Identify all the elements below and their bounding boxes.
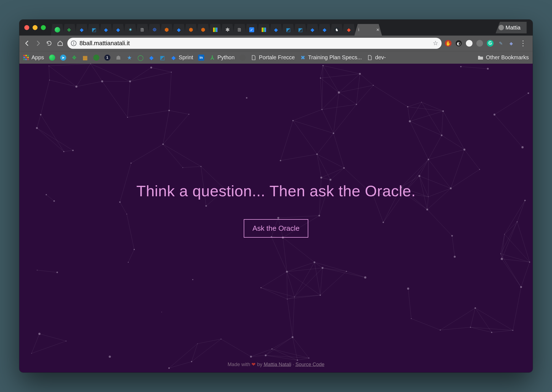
bookmark-telegram[interactable]: ➤ bbox=[60, 55, 66, 61]
tab-jira-7[interactable]: ◆ bbox=[318, 24, 331, 36]
tab-kubernetes[interactable]: ☸ bbox=[148, 24, 161, 36]
bookmark-sprint-label: Sprint bbox=[179, 54, 193, 61]
bookmark-python-label: Python bbox=[217, 54, 235, 61]
footer-author-link[interactable]: Mattia Natali bbox=[264, 362, 291, 367]
tab-whatsapp[interactable] bbox=[51, 24, 64, 36]
bookmark-trello[interactable]: ◩ bbox=[160, 55, 166, 61]
home-button[interactable] bbox=[56, 39, 64, 47]
tab-analytics-2[interactable] bbox=[257, 24, 270, 36]
bookmark-jira[interactable]: ◆ bbox=[148, 55, 155, 61]
footer-source-link[interactable]: Source Code bbox=[296, 362, 325, 367]
tab-jira-1[interactable]: ◆ bbox=[75, 24, 88, 36]
ext-circle-icon[interactable] bbox=[466, 40, 473, 47]
tab-trello-2[interactable]: ◩ bbox=[282, 24, 295, 36]
tab-misc[interactable]: ✻ bbox=[221, 24, 234, 36]
tab-trello-1[interactable]: ◩ bbox=[87, 24, 100, 36]
bookmark-grey[interactable]: ☗ bbox=[115, 55, 121, 61]
bookmark-sprint[interactable]: ◆ Sprint bbox=[171, 54, 193, 61]
file-icon bbox=[251, 55, 257, 61]
bookmark-apps[interactable]: Apps bbox=[23, 54, 44, 61]
ext-dark-icon[interactable]: ◐ bbox=[455, 40, 462, 47]
ext-grammarly-icon[interactable]: G bbox=[487, 40, 493, 47]
tab-git[interactable]: ◆ bbox=[342, 24, 355, 36]
chrome-menu-button[interactable]: ⋮ bbox=[518, 39, 529, 48]
grey-round-icon bbox=[240, 55, 246, 61]
footer-by: by bbox=[257, 362, 264, 367]
tab-jira-5[interactable]: ◆ bbox=[269, 24, 283, 36]
green-dot-icon bbox=[93, 55, 99, 61]
tab-react[interactable]: ✶ bbox=[124, 24, 137, 36]
bookmark-whatsapp[interactable] bbox=[49, 55, 55, 61]
browser-window: ❖ ◆ ◩ ◆ ◆ ✶ 🗎 ☸ ⬢ ◆ ⬢ ⬢ ✻ 🗎 ✓ ◆ ◩ ◩ ◆ ◆ … bbox=[19, 20, 533, 372]
tab-todo[interactable]: ✓ bbox=[245, 24, 258, 36]
bookmark-feedly[interactable]: ❖ bbox=[71, 55, 77, 61]
forward-button[interactable] bbox=[34, 39, 42, 47]
grey-icon: ☗ bbox=[115, 55, 121, 61]
tab-github[interactable]: ♞ bbox=[330, 24, 343, 36]
url-input[interactable] bbox=[79, 40, 430, 47]
tab-file-2[interactable]: 🗎 bbox=[233, 24, 246, 36]
profile-chip[interactable]: Mattia bbox=[496, 22, 527, 33]
close-window-button[interactable] bbox=[24, 25, 29, 30]
bookmark-circle[interactable]: ◯ bbox=[137, 55, 144, 61]
tab-favicon-generic-icon: i bbox=[358, 27, 359, 32]
file-icon-2 bbox=[367, 55, 373, 61]
ask-oracle-button[interactable]: Ask the Oracle bbox=[244, 219, 309, 238]
tab-feedly[interactable]: ❖ bbox=[63, 24, 76, 36]
tab-file-1[interactable]: 🗎 bbox=[136, 24, 149, 36]
tab-aws-1[interactable]: ⬢ bbox=[160, 24, 173, 36]
bookmark-green[interactable] bbox=[93, 55, 99, 61]
svg-rect-11 bbox=[27, 59, 29, 60]
svg-rect-10 bbox=[25, 59, 27, 60]
close-tab-button[interactable]: × bbox=[376, 27, 379, 33]
tab-jira-3[interactable]: ◆ bbox=[112, 24, 125, 36]
reload-button[interactable] bbox=[45, 39, 53, 47]
arrow-right-icon bbox=[35, 40, 41, 47]
circle-icon: ◯ bbox=[137, 55, 144, 61]
svg-rect-2 bbox=[73, 43, 74, 45]
bookmark-portale[interactable]: Portale Frecce bbox=[251, 54, 295, 61]
tab-aws-2[interactable]: ⬢ bbox=[184, 24, 198, 36]
tab-jira-2[interactable]: ◆ bbox=[99, 24, 113, 36]
bookmark-portale-label: Portale Frecce bbox=[259, 54, 295, 61]
folder-icon bbox=[477, 55, 484, 61]
tab-active-8ball[interactable]: i × bbox=[354, 24, 382, 36]
page-content: Think a question... Then ask the Oracle.… bbox=[19, 64, 533, 372]
bookmark-dev[interactable]: dev- bbox=[367, 54, 386, 61]
omnibox[interactable]: ☆ bbox=[67, 38, 442, 49]
bookmark-star-button[interactable]: ☆ bbox=[433, 40, 438, 47]
cross-icon: ✖ bbox=[300, 55, 306, 61]
tab-trello-3[interactable]: ◩ bbox=[294, 24, 307, 36]
maximize-window-button[interactable] bbox=[41, 25, 46, 30]
feedly-icon: ❖ bbox=[71, 55, 77, 61]
bookmark-linkedin[interactable]: in bbox=[198, 55, 204, 61]
ext-grey-icon[interactable] bbox=[476, 40, 483, 47]
site-info-icon[interactable] bbox=[71, 40, 77, 46]
tab-jira-4[interactable]: ◆ bbox=[172, 24, 185, 36]
heart-icon: ❤ bbox=[251, 362, 256, 367]
bookmark-apps-label: Apps bbox=[31, 54, 44, 61]
bookmark-star[interactable]: ★ bbox=[126, 55, 132, 61]
ext-tool-icon[interactable]: ✎ bbox=[497, 40, 504, 47]
bookmark-greyround[interactable] bbox=[240, 55, 246, 61]
svg-rect-6 bbox=[23, 57, 25, 58]
bookmark-python[interactable]: ⅄ Python bbox=[209, 54, 235, 61]
profile-name: Mattia bbox=[506, 25, 521, 31]
page-heading: Think a question... Then ask the Oracle. bbox=[136, 182, 416, 200]
ext-eth-icon[interactable]: ◆ bbox=[508, 40, 514, 47]
tabs-container: ❖ ◆ ◩ ◆ ◆ ✶ 🗎 ☸ ⬢ ◆ ⬢ ⬢ ✻ 🗎 ✓ ◆ ◩ ◩ ◆ ◆ … bbox=[51, 20, 493, 36]
minimize-window-button[interactable] bbox=[33, 25, 38, 30]
svg-rect-4 bbox=[25, 55, 27, 56]
tab-jira-6[interactable]: ◆ bbox=[306, 24, 319, 36]
ext-ublock-icon[interactable]: ✋ bbox=[445, 40, 452, 47]
bookmark-grid[interactable]: ▦ bbox=[82, 55, 88, 61]
bookmark-training[interactable]: ✖ Training Plan Specs... bbox=[300, 54, 362, 61]
bookmark-other-folder[interactable]: Other Bookmarks bbox=[477, 54, 529, 61]
back-button[interactable] bbox=[23, 39, 31, 47]
tab-analytics-1[interactable] bbox=[209, 24, 222, 36]
svg-rect-7 bbox=[25, 57, 27, 58]
tab-aws-3[interactable]: ⬢ bbox=[197, 24, 210, 36]
toolbar: ☆ ✋ ◐ G ✎ ◆ ⋮ bbox=[19, 36, 533, 51]
bookmark-1password[interactable]: 1 bbox=[104, 55, 110, 61]
bookmark-other-label: Other Bookmarks bbox=[486, 54, 529, 61]
